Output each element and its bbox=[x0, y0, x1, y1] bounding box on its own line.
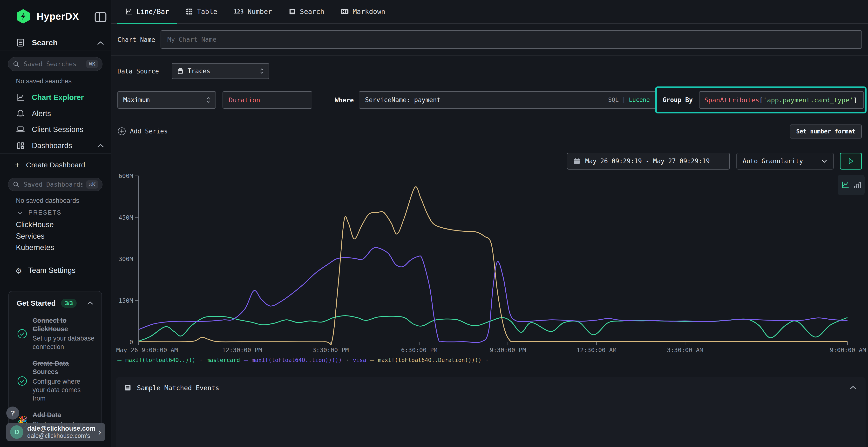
y-axis-tick-label: 600M bbox=[119, 172, 133, 179]
shortcut-badge: ⌘K bbox=[86, 180, 98, 188]
list-icon bbox=[124, 384, 132, 391]
sidebar-item-dashboards[interactable]: Dashboards bbox=[16, 141, 72, 150]
sample-matched-events-panel: Sample Matched Events Timestamp (Local) … bbox=[116, 377, 866, 447]
plus-circle-icon bbox=[117, 127, 126, 136]
saved-dashboards-field[interactable] bbox=[23, 181, 83, 188]
x-axis-tick-label: 3:30:00 AM bbox=[667, 347, 703, 353]
check-circle-icon bbox=[17, 376, 27, 386]
sidebar-item-label: Dashboards bbox=[32, 141, 72, 150]
field-input[interactable]: Duration bbox=[222, 91, 312, 109]
sidebar-item-label: Chart Explorer bbox=[32, 93, 84, 102]
help-button[interactable]: ? bbox=[6, 407, 19, 419]
sidebar-item-chart-explorer[interactable]: Chart Explorer bbox=[16, 93, 84, 102]
chart-name-label: Chart Name bbox=[117, 36, 155, 43]
granularity-select[interactable]: Auto Granularity bbox=[736, 153, 834, 170]
no-saved-searches-note: No saved searches bbox=[16, 77, 72, 85]
markdown-icon bbox=[341, 8, 349, 15]
shortcut-badge: ⌘K bbox=[86, 60, 98, 68]
app-title: HyperDX bbox=[37, 11, 79, 22]
data-source-select[interactable]: Traces bbox=[172, 63, 269, 79]
legend-series-name[interactable]: visa bbox=[353, 357, 366, 363]
user-menu[interactable]: D dale@clickhouse.com dale@clickhouse.co… bbox=[6, 423, 105, 441]
tab-search[interactable]: Search bbox=[280, 0, 333, 23]
no-saved-dashboards-note: No saved dashboards bbox=[16, 197, 79, 204]
line-bar-icon bbox=[125, 8, 133, 15]
sql-mode-toggle[interactable]: SQL bbox=[608, 97, 618, 103]
get-started-collapse-chevron-icon[interactable] bbox=[87, 301, 94, 306]
dashboards-collapse-chevron-icon[interactable] bbox=[96, 143, 105, 149]
table-icon bbox=[185, 8, 193, 15]
sidebar: HyperDX Search ⌘K No saved searches bbox=[0, 0, 112, 447]
events-collapse-chevron-icon[interactable] bbox=[849, 385, 857, 390]
aggregation-select[interactable]: Maximum bbox=[117, 91, 216, 109]
tab-markdown[interactable]: Markdown bbox=[333, 0, 394, 23]
sidebar-divider bbox=[0, 153, 111, 154]
timeseries-chart[interactable]: 0150M300M450M600MMay 26 9:00:00 AM12:30:… bbox=[116, 169, 868, 359]
tab-line-bar[interactable]: Line/Bar bbox=[117, 0, 177, 23]
x-axis-tick-label: 12:30:00 PM bbox=[222, 347, 262, 353]
preset-kubernetes[interactable]: Kubernetes bbox=[16, 243, 54, 252]
sidebar-divider bbox=[0, 50, 111, 51]
lucene-mode-toggle[interactable]: Lucene bbox=[629, 97, 650, 103]
hyperdx-logo-icon bbox=[16, 9, 30, 24]
add-series-button[interactable]: Add Series bbox=[117, 127, 168, 136]
saved-searches-field[interactable] bbox=[23, 60, 83, 68]
sidebar-item-label: Alerts bbox=[32, 109, 51, 118]
tab-number[interactable]: 123 Number bbox=[225, 0, 280, 23]
chevron-down-icon bbox=[821, 159, 828, 163]
sidebar-section-search[interactable]: Search bbox=[16, 38, 58, 47]
legend-line-swatch: — bbox=[117, 356, 122, 364]
get-started-card: Get Started 3/3 Connect to ClickHouse Se… bbox=[8, 291, 102, 429]
panel-toggle-icon[interactable] bbox=[94, 10, 107, 24]
legend-formula[interactable]: maxIf(toFloat64O..))) bbox=[125, 357, 195, 363]
run-query-button[interactable] bbox=[840, 153, 862, 170]
legend-formula[interactable]: maxIf(toFloat64O..Duration))))) bbox=[378, 357, 482, 363]
select-updown-icon bbox=[207, 96, 210, 104]
logo-row: HyperDX bbox=[16, 9, 79, 24]
chart-name-field[interactable] bbox=[161, 31, 862, 48]
section-divider bbox=[112, 55, 868, 56]
play-icon bbox=[848, 158, 854, 165]
number-123-icon: 123 bbox=[234, 8, 244, 15]
preset-services[interactable]: Services bbox=[16, 232, 44, 241]
sidebar-item-client-sessions[interactable]: Client Sessions bbox=[16, 125, 84, 134]
x-axis-tick-label: 3:30:00 PM bbox=[312, 347, 349, 353]
presets-section[interactable]: PRESETS bbox=[17, 209, 62, 216]
database-icon bbox=[177, 67, 184, 75]
bell-icon bbox=[16, 109, 25, 118]
sidebar-item-label: Client Sessions bbox=[32, 125, 84, 134]
section-divider bbox=[112, 120, 868, 120]
legend-line-swatch: — bbox=[370, 356, 374, 364]
data-source-label: Data Source bbox=[117, 68, 159, 75]
x-axis-tick-label: 6:30:00 PM bbox=[401, 347, 437, 353]
events-panel-title: Sample Matched Events bbox=[137, 384, 219, 391]
where-input[interactable]: ServiceName: payment SQL | Lucene bbox=[359, 91, 656, 109]
chart-line-icon bbox=[16, 93, 25, 102]
chevron-right-icon: › bbox=[98, 427, 101, 437]
saved-dashboards-input[interactable]: ⌘K bbox=[8, 178, 102, 191]
legend-series-name[interactable]: mastercard bbox=[207, 357, 240, 363]
create-dashboard-button[interactable]: + Create Dashboard bbox=[15, 160, 85, 170]
get-started-item[interactable]: Connect to ClickHouse Set up your databa… bbox=[17, 316, 95, 351]
preset-clickhouse[interactable]: ClickHouse bbox=[16, 220, 54, 229]
sidebar-item-team-settings[interactable]: ⚙ Team Settings bbox=[16, 266, 75, 275]
get-started-item[interactable]: Create Data Sources Configure where your… bbox=[17, 359, 95, 403]
sidebar-item-alerts[interactable]: Alerts bbox=[16, 109, 51, 118]
plus-icon: + bbox=[15, 160, 20, 170]
set-number-format-button[interactable]: Set number format bbox=[790, 125, 862, 138]
journal-icon bbox=[16, 38, 25, 47]
legend-formula[interactable]: maxIf(toFloat64O..tion))))) bbox=[252, 357, 342, 363]
select-updown-icon bbox=[260, 67, 264, 75]
chart-name-input[interactable] bbox=[161, 30, 862, 49]
tab-table[interactable]: Table bbox=[177, 0, 225, 23]
series-line-visa bbox=[138, 248, 847, 343]
y-axis-tick-label: 450M bbox=[119, 214, 133, 221]
saved-searches-input[interactable]: ⌘K bbox=[8, 57, 102, 71]
avatar: D bbox=[10, 425, 23, 439]
search-collapse-chevron-icon[interactable] bbox=[96, 40, 105, 46]
where-label: Where bbox=[335, 97, 354, 104]
y-axis-tick-label: 300M bbox=[119, 255, 133, 263]
group-by-input[interactable]: SpanAttributes['app.payment.card_type'] bbox=[699, 91, 864, 109]
x-axis-tick-label: May 26 9:00:00 AM bbox=[116, 347, 178, 353]
date-range-picker[interactable]: May 26 09:29:19 - May 27 09:29:19 bbox=[567, 153, 730, 170]
